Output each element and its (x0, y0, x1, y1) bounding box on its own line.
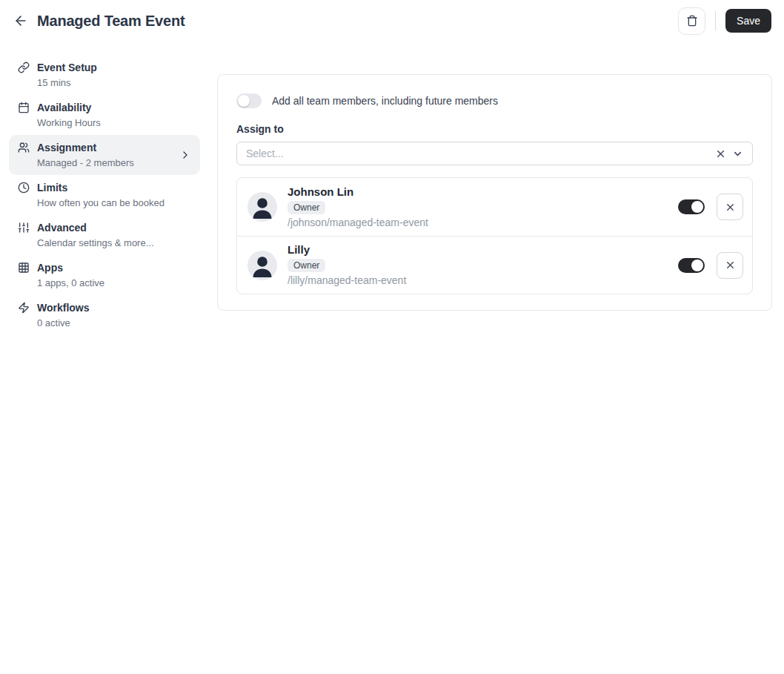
header-divider (715, 11, 716, 30)
page-title: Managed Team Event (37, 13, 185, 30)
sliders-icon (18, 222, 30, 234)
sidebar-item-availability[interactable]: Availability Working Hours (9, 95, 200, 135)
sidebar-item-label: Availability (37, 100, 101, 115)
member-role-badge: Owner (288, 259, 325, 272)
toggle-knob (691, 260, 703, 271)
event-settings-sidebar: Event Setup 15 mins Availability Working… (9, 55, 200, 335)
member-enabled-toggle[interactable] (678, 199, 705, 214)
member-controls (678, 194, 743, 220)
sidebar-item-workflows[interactable]: Workflows 0 active (9, 295, 200, 335)
assign-to-label: Assign to (236, 122, 753, 136)
sidebar-item-assignment[interactable]: Assignment Managed - 2 members (9, 135, 200, 175)
sidebar-item-label: Advanced (37, 220, 154, 235)
link-icon (18, 62, 30, 73)
remove-member-button[interactable] (717, 252, 743, 279)
assign-to-block: Assign to (236, 122, 753, 165)
calendar-icon (18, 102, 30, 113)
arrow-left-icon (13, 13, 28, 28)
member-enabled-toggle[interactable] (678, 258, 705, 273)
member-event-url: /johnson/managed-team-event (288, 217, 428, 229)
remove-member-button[interactable] (717, 194, 743, 220)
add-all-members-row: Add all team members, including future m… (236, 93, 753, 108)
assign-to-select[interactable] (236, 142, 753, 165)
member-event-url: /lilly/managed-team-event (288, 274, 406, 287)
toggle-knob (691, 201, 703, 213)
assigned-members-list: Johnson Lin Owner /johnson/managed-team-… (236, 177, 753, 294)
delete-event-button[interactable] (678, 7, 705, 35)
sidebar-item-label: Limits (37, 180, 165, 195)
sidebar-item-sub: Calendar settings & more... (37, 236, 154, 250)
add-all-members-toggle[interactable] (236, 93, 262, 108)
sidebar-item-sub: 0 active (37, 316, 90, 330)
sidebar-item-label: Workflows (37, 300, 90, 315)
sidebar-item-sub: How often you can be booked (37, 196, 165, 210)
sidebar-item-sub: Managed - 2 members (37, 156, 134, 170)
sidebar-item-label: Assignment (37, 140, 134, 155)
grid-icon (18, 262, 30, 274)
close-icon (725, 260, 736, 271)
assign-to-select-input[interactable] (246, 148, 715, 159)
sidebar-item-limits[interactable]: Limits How often you can be booked (9, 175, 200, 215)
member-info: Johnson Lin Owner /johnson/managed-team-… (288, 185, 428, 229)
member-row: Johnson Lin Owner /johnson/managed-team-… (237, 178, 752, 236)
assignment-panel: Add all team members, including future m… (217, 74, 772, 311)
clock-icon (18, 182, 30, 194)
sidebar-item-label: Apps (37, 260, 104, 275)
close-icon (725, 202, 736, 213)
save-button[interactable]: Save (725, 9, 771, 33)
member-row: Lilly Owner /lilly/managed-team-event (237, 236, 752, 294)
sidebar-item-event-setup[interactable]: Event Setup 15 mins (9, 55, 200, 95)
users-icon (18, 142, 30, 153)
member-role-badge: Owner (288, 201, 325, 214)
zap-icon (18, 302, 30, 314)
sidebar-item-label: Event Setup (37, 60, 97, 75)
sidebar-item-apps[interactable]: Apps 1 apps, 0 active (9, 255, 200, 295)
sidebar-item-sub: Working Hours (37, 116, 101, 130)
member-controls (678, 252, 743, 279)
toggle-knob (238, 95, 250, 107)
back-button[interactable] (13, 13, 29, 29)
header-actions: Save (678, 7, 771, 35)
header: Managed Team Event Save (0, 0, 784, 42)
avatar (248, 192, 277, 222)
trash-icon (686, 15, 698, 27)
avatar (248, 251, 277, 280)
member-name: Johnson Lin (288, 185, 428, 199)
chevron-right-icon (179, 149, 191, 161)
sidebar-item-sub: 1 apps, 0 active (37, 276, 104, 290)
add-all-members-label: Add all team members, including future m… (272, 95, 498, 107)
member-name: Lilly (288, 243, 406, 257)
clear-selection-icon[interactable] (715, 148, 726, 159)
member-info: Lilly Owner /lilly/managed-team-event (288, 243, 406, 287)
sidebar-item-advanced[interactable]: Advanced Calendar settings & more... (9, 215, 200, 255)
chevron-down-icon[interactable] (732, 148, 743, 159)
sidebar-item-sub: 15 mins (37, 76, 97, 90)
